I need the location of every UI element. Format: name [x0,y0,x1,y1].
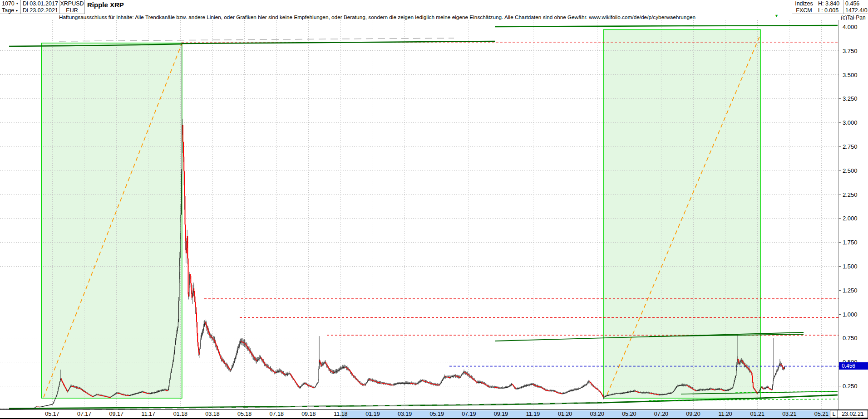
last-price-value: 0.456 [843,0,868,7]
y-tick [839,122,841,123]
date-to-field[interactable]: Di 23.02.2021 [21,7,59,14]
chart-plot-area[interactable] [0,20,838,409]
x-tick-label: 07.20 [654,411,668,417]
x-tick-label: 11.20 [718,411,732,417]
x-tick-label: 05.18 [237,411,252,417]
x-tick-label: 05.20 [622,411,636,417]
y-tick [839,290,841,291]
x-tick-label: 09.20 [686,411,700,417]
x-tick-label: 01.18 [173,411,187,417]
high-value: H: 3.840 [816,0,843,7]
disclaimer-text: Haftungsausschluss für Inhalte: Alle Tre… [59,14,695,20]
y-tick-label: 3.000 [843,119,858,126]
y-tick-label: 1.750 [843,239,858,246]
x-tick-label: 05.19 [430,411,444,417]
x-tick-label: 07.17 [77,411,91,417]
y-tick-label: 0.250 [843,383,858,390]
x-tick-label: 11.19 [526,411,540,417]
source2-label: FXCM [792,7,816,14]
resistance-top-mid [182,41,495,44]
x-tick-label: 09.19 [494,411,508,417]
source-label: Indizes [792,0,816,7]
y-tick-label: 3.250 [843,95,858,102]
y-tick-label: 3.750 [843,47,858,54]
period-dropdown[interactable]: Tage ▾ [0,7,21,14]
latest-marker-box: L [830,410,838,418]
chevron-down-icon: ▾ [16,1,18,5]
x-tick-label: 03.21 [782,411,796,417]
y-tick [839,266,841,267]
y-tick-label: 0.750 [843,335,858,341]
last-date-box: 23.02.21 [838,410,868,418]
y-tick-label: 2.000 [843,215,858,222]
x-tick-label: 01.21 [750,411,764,417]
y-tick-label: 3.500 [843,71,858,78]
y-tick [839,195,841,195]
gray-longdash-top [59,38,454,41]
x-tick-label: 05.17 [45,411,59,417]
chart-application: 1070 ▾ Di 03.01.2017 XRPUSD Tage ▾ Di 23… [0,0,868,419]
y-axis: 4.0003.7503.5003.2503.0002.7502.5002.250… [838,20,868,409]
y-tick-label: 1.000 [843,311,858,317]
x-tick-label: 07.19 [462,411,476,417]
y-tick-label: 2.750 [843,143,858,150]
x-tick-label: 03.19 [398,411,412,417]
period-value: Tage [2,7,14,14]
y-tick [839,218,841,219]
y-tick [839,242,841,243]
currency-field: EUR [59,7,85,14]
range-info-value: 1472.4/0.4 [843,7,868,14]
y-tick-label: 2.500 [843,167,858,174]
y-tick-label: 1.250 [843,287,858,293]
y-tick [839,171,841,171]
x-tick-label: 07.18 [270,411,284,417]
y-tick [839,51,841,51]
x-tick-label: 01.19 [365,411,380,417]
x-tick-label: 03.20 [590,411,604,417]
x-tick-label: 11.18 [334,411,347,417]
y-tick [839,27,841,27]
chevron-down-icon: ▾ [16,9,18,13]
page-title: Ripple XRP [87,1,124,9]
x-tick-label: 03.18 [205,411,219,417]
y-tick-label: 2.250 [843,191,858,198]
y-tick-label: 4.000 [843,24,858,30]
trend-region-fills [41,29,760,398]
x-axis: 05.1707.1709.1711.1701.1803.1805.1807.18… [0,409,868,419]
marker-triangle-icon: ▼ [774,14,779,18]
x-tick-label: 09.17 [109,411,123,417]
gray-longdash-bottom [59,403,603,409]
x-tick-label: 09.18 [301,411,316,417]
y-tick [839,314,841,315]
y-tick [839,386,841,386]
x-tick-label: 05.21 [814,411,829,417]
y-tick [839,75,841,75]
trend-region-fill [603,29,760,398]
bars-count-value: 1070 [2,0,15,7]
x-tick-label: 11.17 [142,411,155,417]
x-tick-label: 01.20 [558,411,572,417]
y-tick [839,338,841,338]
y-tick [839,146,841,147]
y-tick-label: 1.500 [843,263,858,270]
y-tick [839,98,841,99]
low-value: L: 0.005 [816,7,843,14]
last-price-badge: 0.456 [839,362,868,370]
bars-count-dropdown[interactable]: 1070 ▾ [0,0,21,7]
symbol-field[interactable]: XRPUSD [59,0,85,7]
price-chart-svg[interactable] [0,20,838,409]
date-from-field[interactable]: Di 03.01.2017 [21,0,59,7]
